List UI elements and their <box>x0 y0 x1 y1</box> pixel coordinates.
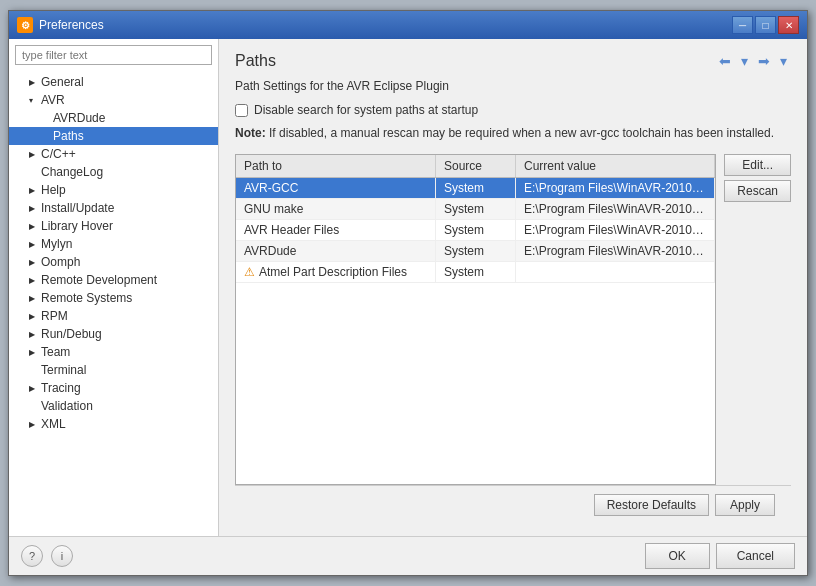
avrdude-label: AVRDude <box>53 111 105 125</box>
terminal-label: Terminal <box>41 363 86 377</box>
source-cell: System <box>436 241 516 261</box>
current-value-cell <box>516 262 715 282</box>
table-area-row: Path to Source Current value AVR-GCCSyst… <box>235 154 791 485</box>
sidebar-item-changelog[interactable]: ChangeLog <box>9 163 218 181</box>
apply-button[interactable]: Apply <box>715 494 775 516</box>
path-to-cell: AVRDude <box>236 241 436 261</box>
col-current-value: Current value <box>516 155 715 177</box>
sidebar-item-libraryhover[interactable]: ▶Library Hover <box>9 217 218 235</box>
panel-title: Paths <box>235 52 276 70</box>
sidebar-item-paths[interactable]: Paths <box>9 127 218 145</box>
window-title: Preferences <box>39 18 104 32</box>
team-label: Team <box>41 345 70 359</box>
edit-button[interactable]: Edit... <box>724 154 791 176</box>
nav-arrows: ⬅ ▾ ➡ ▾ <box>715 51 791 71</box>
footer-right-buttons: OK Cancel <box>645 543 795 569</box>
maximize-button[interactable]: □ <box>755 16 776 34</box>
footer-bar: ? i OK Cancel <box>9 536 807 575</box>
preferences-dialog: ⚙ Preferences ─ □ ✕ ▶General▾AVRAVRDudeP… <box>8 10 808 576</box>
sidebar-item-remotedevelopment[interactable]: ▶Remote Development <box>9 271 218 289</box>
sidebar-item-tracing[interactable]: ▶Tracing <box>9 379 218 397</box>
path-to-label: AVR-GCC <box>244 181 298 195</box>
sidebar-item-terminal[interactable]: Terminal <box>9 361 218 379</box>
forward-dropdown-button[interactable]: ▾ <box>776 51 791 71</box>
sidebar-item-xml[interactable]: ▶XML <box>9 415 218 433</box>
note-content: If disabled, a manual rescan may be requ… <box>269 126 774 140</box>
restore-defaults-button[interactable]: Restore Defaults <box>594 494 709 516</box>
sidebar-item-rundebug[interactable]: ▶Run/Debug <box>9 325 218 343</box>
disable-search-label[interactable]: Disable search for system paths at start… <box>254 103 478 117</box>
table-row[interactable]: AVRDudeSystemE:\Program Files\WinAVR-201… <box>236 241 715 262</box>
sidebar-item-general[interactable]: ▶General <box>9 73 218 91</box>
path-to-cell: ⚠Atmel Part Description Files <box>236 262 436 282</box>
close-button[interactable]: ✕ <box>778 16 799 34</box>
sidebar-item-team[interactable]: ▶Team <box>9 343 218 361</box>
cpp-expand-arrow: ▶ <box>29 150 39 159</box>
remotesystems-label: Remote Systems <box>41 291 132 305</box>
content-area: ▶General▾AVRAVRDudePaths▶C/C++ChangeLog▶… <box>9 39 807 536</box>
sidebar-item-validation[interactable]: Validation <box>9 397 218 415</box>
xml-label: XML <box>41 417 66 431</box>
general-label: General <box>41 75 84 89</box>
team-expand-arrow: ▶ <box>29 348 39 357</box>
minimize-button[interactable]: ─ <box>732 16 753 34</box>
current-value-cell: E:\Program Files\WinAVR-20100110\bin <box>516 241 715 261</box>
path-to-cell: AVR Header Files <box>236 220 436 240</box>
table-row[interactable]: AVR-GCCSystemE:\Program Files\WinAVR-201… <box>236 178 715 199</box>
path-to-label: AVR Header Files <box>244 223 339 237</box>
table-row[interactable]: GNU makeSystemE:\Program Files\WinAVR-20… <box>236 199 715 220</box>
warning-icon: ⚠ <box>244 265 255 279</box>
table-row[interactable]: ⚠Atmel Part Description FilesSystem <box>236 262 715 283</box>
source-cell: System <box>436 262 516 282</box>
forward-button[interactable]: ➡ <box>754 51 774 71</box>
title-buttons: ─ □ ✕ <box>732 16 799 34</box>
help-label: Help <box>41 183 66 197</box>
rescan-button[interactable]: Rescan <box>724 180 791 202</box>
avr-expand-arrow: ▾ <box>29 96 39 105</box>
sidebar: ▶General▾AVRAVRDudePaths▶C/C++ChangeLog▶… <box>9 39 219 536</box>
validation-label: Validation <box>41 399 93 413</box>
table-header: Path to Source Current value <box>236 155 715 178</box>
sidebar-item-avrdude[interactable]: AVRDude <box>9 109 218 127</box>
libraryhover-expand-arrow: ▶ <box>29 222 39 231</box>
info-icon-button[interactable]: i <box>51 545 73 567</box>
title-bar: ⚙ Preferences ─ □ ✕ <box>9 11 807 39</box>
avr-label: AVR <box>41 93 65 107</box>
path-to-label: Atmel Part Description Files <box>259 265 407 279</box>
tree-area: ▶General▾AVRAVRDudePaths▶C/C++ChangeLog▶… <box>9 71 218 536</box>
cpp-label: C/C++ <box>41 147 76 161</box>
current-value-cell: E:\Program Files\WinAVR-20100110\utils\b… <box>516 199 715 219</box>
sidebar-item-cpp[interactable]: ▶C/C++ <box>9 145 218 163</box>
sidebar-item-avr[interactable]: ▾AVR <box>9 91 218 109</box>
changelog-label: ChangeLog <box>41 165 103 179</box>
title-bar-left: ⚙ Preferences <box>17 17 104 33</box>
help-icon-button[interactable]: ? <box>21 545 43 567</box>
sidebar-item-rpm[interactable]: ▶RPM <box>9 307 218 325</box>
mylyn-label: Mylyn <box>41 237 72 251</box>
paths-table: Path to Source Current value AVR-GCCSyst… <box>235 154 716 485</box>
sidebar-item-remotesystems[interactable]: ▶Remote Systems <box>9 289 218 307</box>
sidebar-item-installupdate[interactable]: ▶Install/Update <box>9 199 218 217</box>
sidebar-item-mylyn[interactable]: ▶Mylyn <box>9 235 218 253</box>
note-text: Note: If disabled, a manual rescan may b… <box>235 125 791 142</box>
rundebug-expand-arrow: ▶ <box>29 330 39 339</box>
remotedevelopment-label: Remote Development <box>41 273 157 287</box>
back-button[interactable]: ⬅ <box>715 51 735 71</box>
installupdate-label: Install/Update <box>41 201 114 215</box>
cancel-button[interactable]: Cancel <box>716 543 795 569</box>
app-icon: ⚙ <box>17 17 33 33</box>
sidebar-item-help[interactable]: ▶Help <box>9 181 218 199</box>
main-panel: Paths ⬅ ▾ ➡ ▾ Path Settings for the AVR … <box>219 39 807 536</box>
bottom-bar: Restore Defaults Apply <box>235 485 791 524</box>
rpm-expand-arrow: ▶ <box>29 312 39 321</box>
disable-search-checkbox[interactable] <box>235 104 248 117</box>
sidebar-item-oomph[interactable]: ▶Oomph <box>9 253 218 271</box>
ok-button[interactable]: OK <box>645 543 710 569</box>
footer-icons: ? i <box>21 545 73 567</box>
table-row[interactable]: AVR Header FilesSystemE:\Program Files\W… <box>236 220 715 241</box>
remotedevelopment-expand-arrow: ▶ <box>29 276 39 285</box>
path-to-cell: GNU make <box>236 199 436 219</box>
general-expand-arrow: ▶ <box>29 78 39 87</box>
nav-dropdown-button[interactable]: ▾ <box>737 51 752 71</box>
filter-input[interactable] <box>15 45 212 65</box>
